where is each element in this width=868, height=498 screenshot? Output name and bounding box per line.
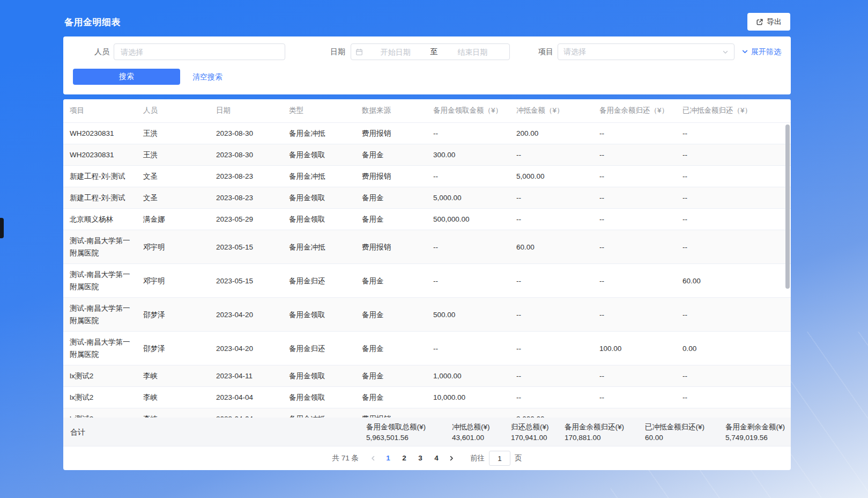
amount-cell: 10,000.00 bbox=[427, 387, 510, 408]
table-row[interactable]: 新建工程-刘-测试文圣2023-08-23备用金冲抵费用报销--5,000.00… bbox=[63, 166, 791, 187]
table-row[interactable]: 北京顺义杨林满金娜2023-05-29备用金领取备用金500,000.00---… bbox=[63, 209, 791, 230]
next-page-button[interactable] bbox=[444, 451, 458, 466]
table-cell: 2023-05-15 bbox=[210, 264, 283, 298]
column-header: 备用金领取金额（¥） bbox=[427, 99, 510, 122]
summary-item-value: 43,601.00 bbox=[452, 434, 511, 442]
table-cell: 王洪 bbox=[137, 144, 210, 166]
amount-cell: 60.00 bbox=[510, 230, 593, 264]
sidebar-collapse-handle[interactable] bbox=[0, 218, 4, 238]
table-cell: 2023-04-20 bbox=[210, 332, 283, 365]
project-filter-label: 项目 bbox=[538, 43, 553, 60]
table-cell: 邵梦泽 bbox=[137, 332, 210, 365]
table-row[interactable]: WH20230831王洪2023-08-30备用金冲抵费用报销--200.00-… bbox=[63, 123, 791, 144]
summary-item-value: 60.00 bbox=[645, 434, 725, 442]
table-cell: 费用报销 bbox=[355, 166, 427, 187]
table-cell: 2023-08-30 bbox=[210, 123, 283, 144]
table-cell: 满金娜 bbox=[137, 209, 210, 230]
summary-item: 归还总额(¥)170,941.00 bbox=[511, 422, 565, 442]
table-header-row: 项目人员日期类型数据来源备用金领取金额（¥）冲抵金额（¥）备用金余额归还（¥）已… bbox=[63, 99, 791, 122]
table-cell: 2023-08-30 bbox=[210, 144, 283, 166]
amount-cell: 500,000.00 bbox=[427, 209, 510, 230]
column-header: 类型 bbox=[283, 99, 355, 122]
table-cell: 备用金冲抵 bbox=[283, 123, 355, 144]
table-cell: lx测试2 bbox=[63, 387, 137, 408]
amount-cell: -- bbox=[427, 264, 510, 298]
table-cell: 备用金 bbox=[355, 209, 427, 230]
table-row[interactable]: 测试-南昌大学第一附属医院邓宇明2023-05-15备用金归还备用金------… bbox=[63, 264, 791, 298]
goto-page-label: 前往 bbox=[470, 453, 485, 463]
clear-search-link[interactable]: 清空搜索 bbox=[192, 69, 222, 85]
page-number-button[interactable]: 3 bbox=[412, 451, 428, 466]
summary-item: 备用金领取总额(¥)5,963,501.56 bbox=[366, 422, 452, 442]
date-end-input[interactable] bbox=[440, 48, 506, 56]
summary-item-label: 备用金领取总额(¥) bbox=[366, 422, 452, 432]
table-cell: 备用金冲抵 bbox=[283, 408, 355, 418]
summary-item: 冲抵总额(¥)43,601.00 bbox=[452, 422, 511, 442]
amount-cell: -- bbox=[676, 144, 791, 166]
amount-cell: 5,000.00 bbox=[427, 187, 510, 209]
summary-items: 备用金领取总额(¥)5,963,501.56冲抵总额(¥)43,601.00归还… bbox=[366, 422, 791, 442]
table-row[interactable]: lx测试2李峡2023-04-11备用金领取备用金1,000.00------ bbox=[63, 365, 791, 387]
table-row[interactable]: WH20230831王洪2023-08-30备用金领取备用金300.00----… bbox=[63, 144, 791, 166]
column-header: 数据来源 bbox=[355, 99, 427, 122]
table-cell: 备用金 bbox=[355, 144, 427, 166]
person-select-input[interactable] bbox=[114, 43, 285, 60]
table-cell: WH20230831 bbox=[63, 123, 137, 144]
search-button[interactable]: 搜索 bbox=[73, 69, 180, 85]
table-cell: 备用金 bbox=[355, 187, 427, 209]
table-cell: 备用金冲抵 bbox=[283, 166, 355, 187]
column-header: 冲抵金额（¥） bbox=[510, 99, 593, 122]
page-number-button[interactable]: 1 bbox=[380, 451, 396, 466]
table-cell: 王洪 bbox=[137, 123, 210, 144]
date-filter-label: 日期 bbox=[330, 43, 345, 60]
page-number-button[interactable]: 4 bbox=[428, 451, 444, 466]
column-header: 日期 bbox=[210, 99, 283, 122]
goto-page-input[interactable] bbox=[489, 451, 510, 466]
amount-cell: -- bbox=[510, 209, 593, 230]
table-row[interactable]: lx测试2李峡2023-04-04备用金冲抵费用报销--3,000.00---- bbox=[63, 408, 791, 418]
table-row[interactable]: 新建工程-刘-测试文圣2023-08-23备用金领取备用金5,000.00---… bbox=[63, 187, 791, 209]
table-cell: 2023-08-23 bbox=[210, 187, 283, 209]
table-cell: 备用金 bbox=[355, 298, 427, 332]
amount-cell: 300.00 bbox=[427, 144, 510, 166]
amount-cell: -- bbox=[676, 123, 791, 144]
amount-cell: -- bbox=[676, 209, 791, 230]
table-cell: 测试-南昌大学第一附属医院 bbox=[63, 264, 137, 298]
table-cell: 备用金 bbox=[355, 387, 427, 408]
summary-item-value: 170,941.00 bbox=[511, 434, 565, 442]
amount-cell: 200.00 bbox=[510, 123, 593, 144]
date-start-input[interactable] bbox=[363, 48, 428, 56]
table-row[interactable]: lx测试2李峡2023-04-04备用金领取备用金10,000.00------ bbox=[63, 387, 791, 408]
table-cell: 2023-04-11 bbox=[210, 365, 283, 387]
table-cell: 测试-南昌大学第一附属医院 bbox=[63, 230, 137, 264]
export-button[interactable]: 导出 bbox=[747, 13, 790, 31]
amount-cell: -- bbox=[427, 332, 510, 365]
summary-item: 备用金剩余金额(¥)5,749,019.56 bbox=[725, 422, 791, 442]
table-cell: 北京顺义杨林 bbox=[63, 209, 137, 230]
table-row[interactable]: 测试-南昌大学第一附属医院邵梦泽2023-04-20备用金领取备用金500.00… bbox=[63, 298, 791, 332]
project-select-placeholder: 请选择 bbox=[563, 47, 722, 57]
amount-cell: -- bbox=[676, 408, 791, 418]
column-header: 人员 bbox=[137, 99, 210, 122]
table-cell: 费用报销 bbox=[355, 408, 427, 418]
project-select[interactable]: 请选择 bbox=[558, 43, 735, 60]
table-cell: 备用金领取 bbox=[283, 187, 355, 209]
page-title: 备用金明细表 bbox=[64, 16, 121, 28]
summary-row: 合计 备用金领取总额(¥)5,963,501.56冲抵总额(¥)43,601.0… bbox=[63, 418, 791, 446]
table-row[interactable]: 测试-南昌大学第一附属医院邵梦泽2023-04-20备用金归还备用金----10… bbox=[63, 332, 791, 365]
table-cell: 文圣 bbox=[137, 166, 210, 187]
amount-cell: -- bbox=[593, 408, 676, 418]
page-number-button[interactable]: 2 bbox=[396, 451, 412, 466]
date-range-picker[interactable]: 至 bbox=[351, 43, 510, 60]
prev-page-button[interactable] bbox=[366, 451, 380, 466]
summary-item-label: 备用金剩余金额(¥) bbox=[725, 422, 791, 432]
expand-filters-link[interactable]: 展开筛选 bbox=[741, 43, 781, 60]
amount-cell: -- bbox=[676, 187, 791, 209]
table-header: 项目人员日期类型数据来源备用金领取金额（¥）冲抵金额（¥）备用金余额归还（¥）已… bbox=[63, 99, 791, 123]
table-scrollbar-thumb[interactable] bbox=[785, 124, 790, 289]
amount-cell: -- bbox=[676, 387, 791, 408]
amount-cell: 5,000.00 bbox=[510, 166, 593, 187]
amount-cell: -- bbox=[593, 264, 676, 298]
table-row[interactable]: 测试-南昌大学第一附属医院邓宇明2023-05-15备用金冲抵费用报销--60.… bbox=[63, 230, 791, 264]
amount-cell: -- bbox=[427, 408, 510, 418]
